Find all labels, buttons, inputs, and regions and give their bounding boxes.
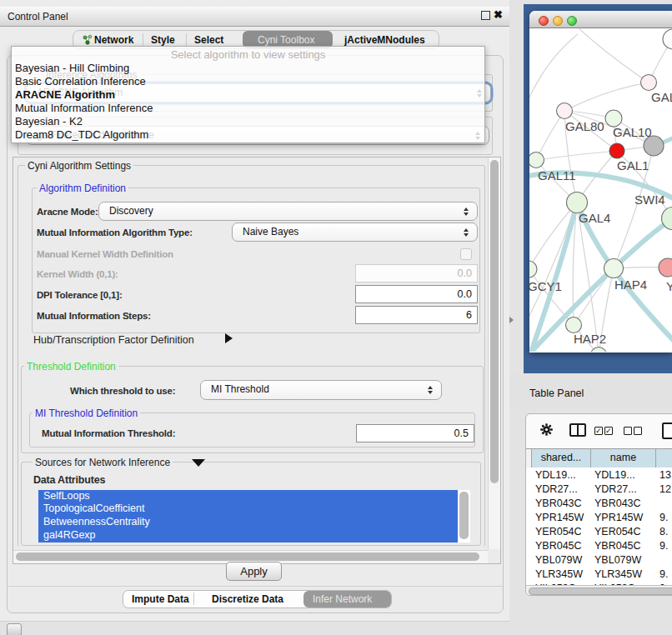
- mi-type-value: Naive Bayes: [243, 226, 298, 238]
- table-cell[interactable]: YDR27...: [535, 483, 590, 495]
- float-button[interactable]: [481, 11, 490, 20]
- node-label: GAL11: [538, 168, 576, 182]
- list-item[interactable]: TopologicalCoefficient: [43, 502, 144, 514]
- vertical-scrollbar-thumb[interactable]: [490, 160, 499, 483]
- list-item[interactable]: BetweennessCentrality: [43, 516, 150, 528]
- control-panel: Control Panel ✖ Network Style Select Cyn…: [0, 0, 509, 622]
- data-attributes-label: Data Attributes: [33, 474, 105, 486]
- table-cell[interactable]: 9.: [659, 540, 672, 552]
- network-window-titlebar[interactable]: [529, 11, 672, 28]
- close-icon[interactable]: ✖: [494, 8, 503, 21]
- table-cell[interactable]: YDL19...: [594, 469, 654, 481]
- table-cell[interactable]: 12: [659, 483, 672, 495]
- column-header[interactable]: name: [591, 452, 655, 463]
- close-traffic-light[interactable]: [539, 16, 549, 26]
- node-label: GAL1: [617, 158, 649, 172]
- table-cell[interactable]: YBL079W: [535, 554, 590, 566]
- gear-icon[interactable]: [540, 423, 553, 436]
- table-cell[interactable]: YLR345W: [535, 568, 590, 580]
- table-panel: ✓ ✓ shared... name YDL19... YDL19... 13 …: [525, 413, 672, 596]
- zoom-traffic-light[interactable]: [567, 16, 577, 26]
- mi-steps-input[interactable]: 6: [355, 306, 478, 324]
- tab-cyni-toolbox-label[interactable]: Cyni Toolbox: [258, 34, 314, 46]
- list-scrollbar-thumb[interactable]: [459, 492, 469, 539]
- node-gal80: [557, 103, 573, 119]
- sources-collapse-icon[interactable]: [192, 459, 205, 467]
- tab-impute-data[interactable]: Impute Data: [132, 593, 189, 605]
- mi-type-label: Mutual Information Algorithm Type:: [37, 228, 193, 238]
- mi-threshold-label: Mutual Information Threshold:: [42, 428, 175, 438]
- table-cell[interactable]: YDL19...: [535, 469, 590, 481]
- tab-jactivemnodules[interactable]: jActiveMNodules: [344, 34, 425, 46]
- deselect-all-icon[interactable]: [624, 427, 649, 435]
- column-header[interactable]: shared...: [532, 452, 590, 463]
- popup-item[interactable]: Dream8 DC_TDC Algorithm: [15, 128, 148, 141]
- manual-kernel-checkbox[interactable]: [460, 248, 472, 260]
- network-canvas[interactable]: [529, 28, 672, 352]
- table-horizontal-scrollbar[interactable]: [526, 585, 672, 596]
- combo-arrows-icon: [428, 386, 434, 394]
- table-cell[interactable]: YBR045C: [594, 540, 654, 552]
- mi-type-combo[interactable]: Naive Bayes: [232, 222, 478, 242]
- minimize-traffic-light[interactable]: [553, 16, 563, 26]
- popup-item-selected[interactable]: ARACNE Algorithm: [15, 88, 115, 101]
- popup-item[interactable]: Bayesian - K2: [15, 115, 83, 128]
- popup-item[interactable]: Bayesian - Hill Climbing: [15, 62, 129, 74]
- table-cell[interactable]: 9.: [659, 568, 672, 580]
- table-cell[interactable]: YBR045C: [535, 540, 590, 552]
- vertical-scrollbar[interactable]: [488, 158, 500, 549]
- table-cell[interactable]: YLR345W: [594, 568, 654, 580]
- manual-kernel-label: Manual Kernel Width Definition: [37, 249, 173, 259]
- tab-discretize-data[interactable]: Discretize Data: [212, 593, 283, 605]
- apply-button[interactable]: Apply: [226, 562, 282, 581]
- table-cell[interactable]: 8.: [659, 526, 672, 538]
- popup-item[interactable]: Mutual Information Inference: [15, 102, 153, 114]
- algorithm-popup: Select algorithm to view settings Bayesi…: [11, 46, 485, 143]
- table-cell[interactable]: YER054C: [594, 526, 654, 538]
- tab-style[interactable]: Style: [151, 34, 175, 46]
- dpi-tolerance-input[interactable]: 0.0: [355, 285, 478, 303]
- panel-divider: [8, 586, 503, 587]
- node-label: HAP4: [614, 278, 647, 292]
- table-cell[interactable]: YPR145W: [535, 512, 590, 523]
- tab-infer-network-label[interactable]: Infer Network: [313, 593, 372, 605]
- minimized-panel-button[interactable]: [7, 623, 22, 635]
- table-cell[interactable]: YPR145W: [594, 512, 654, 523]
- popup-item[interactable]: Basic Correlation Inference: [15, 75, 146, 88]
- splitter-arrow-icon[interactable]: [509, 317, 514, 323]
- aracne-mode-label: Aracne Mode:: [37, 207, 98, 217]
- new-table-icon[interactable]: [662, 422, 672, 439]
- table-cell[interactable]: YER054C: [535, 526, 590, 538]
- horizontal-scrollbar-thumb[interactable]: [16, 552, 479, 561]
- table-horizontal-scrollbar-thumb[interactable]: [529, 588, 672, 595]
- data-attributes-list[interactable]: SelfLoops TopologicalCoefficient Between…: [38, 490, 470, 542]
- list-item[interactable]: gal4RGexp: [43, 529, 96, 541]
- popup-hint: Select algorithm to view settings: [12, 48, 484, 61]
- mi-threshold-input[interactable]: 0.5: [356, 424, 474, 442]
- table-cell[interactable]: 9.: [659, 512, 672, 523]
- hub-definition-label[interactable]: Hub/Transcription Factor Definition: [33, 334, 194, 346]
- kernel-width-input[interactable]: 0.0: [355, 264, 478, 282]
- sources-group-title: Sources for Network Inference: [33, 457, 173, 468]
- columns-icon[interactable]: [569, 423, 586, 437]
- table-cell[interactable]: YBR043C: [535, 498, 590, 509]
- list-item[interactable]: SelfLoops: [43, 490, 90, 502]
- table-cell[interactable]: YDR27...: [594, 483, 654, 495]
- tab-network[interactable]: Network: [94, 34, 133, 46]
- table-cell[interactable]: YBL079W: [594, 554, 654, 566]
- node-label: Y: [666, 279, 672, 293]
- network-tab-icon: [83, 34, 93, 45]
- table-cell[interactable]: YBR043C: [594, 498, 654, 509]
- node-gal1: [609, 143, 624, 158]
- which-threshold-combo[interactable]: MI Threshold: [200, 380, 442, 400]
- select-all-icon[interactable]: ✓ ✓: [594, 427, 619, 435]
- node-label: GAL10: [613, 125, 652, 139]
- mi-steps-label: Mutual Information Steps:: [37, 311, 151, 321]
- which-threshold-label: Which threshold to use:: [70, 386, 175, 396]
- hub-expand-icon[interactable]: [225, 333, 233, 343]
- aracne-mode-combo[interactable]: Discovery: [98, 202, 478, 221]
- cyni-algorithm-settings-title: Cyni Algorithm Settings: [25, 160, 133, 172]
- table-cell[interactable]: 13: [659, 469, 672, 481]
- node-label: GAL: [651, 90, 672, 104]
- tab-select[interactable]: Select: [194, 34, 223, 46]
